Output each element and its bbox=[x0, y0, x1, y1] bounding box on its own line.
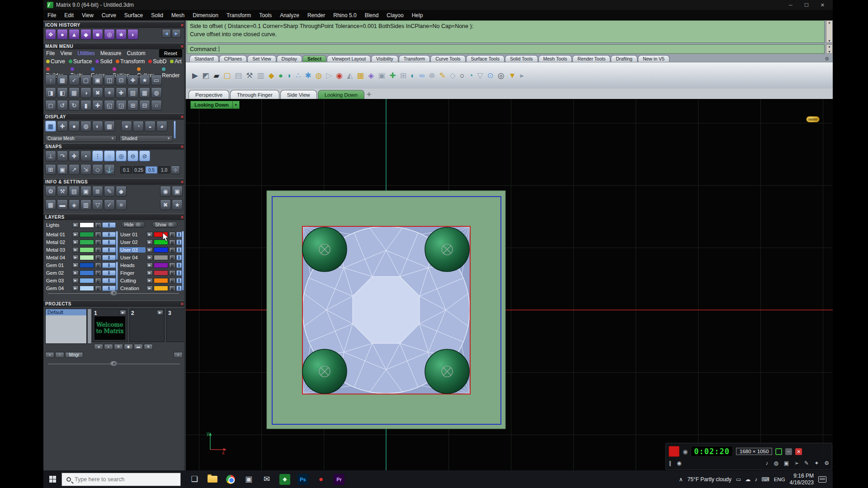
layer-mini-button[interactable] bbox=[176, 247, 182, 253]
layer-user-03-color-swatch[interactable] bbox=[154, 247, 168, 253]
layer-user-01-expand-icon[interactable]: ▶ bbox=[146, 232, 153, 237]
region-select-button[interactable] bbox=[775, 448, 782, 455]
snap-a-icon-7[interactable]: ◎ bbox=[116, 150, 127, 161]
info-a-icon-1[interactable]: ⚙ bbox=[45, 186, 56, 197]
menu-file[interactable]: File bbox=[43, 11, 60, 20]
layer-metal-03-color-swatch[interactable] bbox=[80, 247, 94, 253]
viewport-looking-down[interactable]: Looking Down ▼ y x ◉ 0:02:20 1680 × 1050 bbox=[186, 99, 833, 470]
close-icon[interactable]: ✕ bbox=[180, 145, 184, 149]
menu-curve[interactable]: Curve bbox=[98, 11, 120, 20]
layer-current-button[interactable] bbox=[102, 278, 116, 283]
info-b-icon-1[interactable]: ▦ bbox=[45, 199, 56, 210]
tool-icon-17[interactable]: ▦ bbox=[357, 72, 364, 80]
layer-gem-01-color-swatch[interactable] bbox=[80, 263, 94, 268]
ribbon-tab-transform[interactable]: Transform bbox=[399, 55, 430, 62]
lock-icon[interactable] bbox=[95, 222, 101, 228]
tool-icon-30[interactable]: ⊙ bbox=[487, 72, 494, 80]
sidebar-tools-r1-icon-9[interactable]: ★ bbox=[139, 75, 150, 85]
category-curve[interactable]: Curve bbox=[46, 58, 65, 65]
command-input-scrollbar[interactable]: ▲▼ bbox=[826, 44, 833, 54]
taskbar-record-icon[interactable]: ● bbox=[312, 470, 330, 488]
snap-b-icon-6[interactable]: ⚓ bbox=[104, 164, 115, 175]
webcam-icon[interactable]: ◉ bbox=[677, 460, 681, 466]
display-mode-icon-4[interactable]: ◍ bbox=[80, 121, 91, 131]
history-back-button[interactable]: ◄ bbox=[162, 29, 171, 38]
slider-handle-icon[interactable]: ▼ bbox=[110, 361, 118, 366]
snap-b-icon-4[interactable]: ⇲ bbox=[80, 164, 91, 175]
cloud-icon[interactable]: ☁ bbox=[745, 476, 750, 483]
keyboard-icon[interactable]: ⌨ bbox=[761, 476, 769, 483]
display-shade-icon-1[interactable]: ● bbox=[121, 121, 132, 131]
tool-icon-2[interactable]: ◩ bbox=[202, 72, 209, 80]
menu-help[interactable]: Help bbox=[408, 11, 427, 20]
sidebar-tools-r3-icon-6[interactable]: ◱ bbox=[104, 100, 115, 111]
command-input[interactable]: Command: bbox=[187, 44, 825, 54]
viewport-tab-looking-down[interactable]: Looking Down bbox=[318, 90, 364, 99]
ribbon-tab-drafting[interactable]: Drafting bbox=[611, 55, 637, 62]
tool-icon-29[interactable]: ▽ bbox=[477, 72, 483, 80]
layer-current-button[interactable] bbox=[102, 263, 116, 268]
info-a-icon-5[interactable]: ≣ bbox=[92, 186, 103, 197]
tool-icon-11[interactable]: ∴ bbox=[296, 72, 301, 80]
language-indicator[interactable]: ENG bbox=[774, 477, 785, 482]
menu-dimension[interactable]: Dimension bbox=[189, 11, 222, 20]
sidebar-tools-r3-icon-5[interactable]: ✚ bbox=[92, 100, 103, 111]
tool-icon-8[interactable]: ◆ bbox=[269, 72, 274, 80]
layer-mini-button[interactable] bbox=[176, 239, 182, 245]
slot-button-2[interactable]: ▪ bbox=[104, 344, 113, 350]
slot-button-3[interactable]: ✕ bbox=[114, 344, 123, 350]
sidebar-tools-r2-icon-5[interactable]: ✖ bbox=[92, 87, 103, 98]
mesh-quality-dropdown[interactable]: Coarse Mesh▼ bbox=[45, 135, 117, 142]
stop-record-button[interactable] bbox=[669, 446, 679, 457]
snap-b-icon-1[interactable]: ⊞ bbox=[45, 164, 56, 175]
sidebar-tools-r3-icon-2[interactable]: ↺ bbox=[57, 100, 68, 111]
layer-metal-02-name[interactable]: Metal 02 bbox=[45, 239, 71, 245]
layer-metal-01-expand-icon[interactable]: ▶ bbox=[72, 232, 79, 237]
tool-icon-27[interactable]: ○ bbox=[460, 72, 464, 80]
weather-status[interactable]: 75°F Partly cloudy bbox=[688, 476, 732, 483]
tool-icon-14[interactable]: ▷ bbox=[326, 72, 332, 80]
menu-custom[interactable]: Custom bbox=[127, 50, 146, 56]
display-mode-icon-1[interactable]: ▦ bbox=[45, 121, 56, 131]
layer-lights-color-swatch[interactable] bbox=[80, 222, 94, 228]
layer-current-button[interactable] bbox=[102, 270, 116, 276]
icon-history-icon-4[interactable]: ◆ bbox=[80, 29, 91, 40]
toolbar-options-icon[interactable]: ⚙ bbox=[825, 56, 829, 62]
pencil-icon[interactable]: ✎ bbox=[804, 460, 809, 466]
snap-a-icon-2[interactable]: ↷ bbox=[57, 150, 68, 161]
menu-surface[interactable]: Surface bbox=[120, 11, 147, 20]
reset-button[interactable]: Reset bbox=[159, 49, 182, 57]
speaker-icon[interactable]: ♪ bbox=[765, 460, 768, 466]
lock-icon[interactable] bbox=[95, 232, 101, 237]
brush-icon[interactable]: ✦ bbox=[814, 460, 819, 466]
ribbon-tab-render-tools[interactable]: Render Tools bbox=[572, 55, 610, 62]
projects-list[interactable]: Default bbox=[45, 309, 87, 344]
close-icon[interactable]: ✕ bbox=[180, 115, 184, 119]
snap-value-0.25[interactable]: 0.25 bbox=[133, 166, 145, 174]
menu-mesh[interactable]: Mesh bbox=[167, 11, 189, 20]
layer-mini-button[interactable] bbox=[176, 255, 182, 260]
icon-history-icon-5[interactable]: ■ bbox=[92, 29, 103, 40]
lock-icon[interactable] bbox=[95, 263, 101, 268]
icon-history-icon-6[interactable]: ◎ bbox=[104, 29, 115, 40]
info-ar-icon-1[interactable]: ◉ bbox=[160, 186, 171, 197]
menu-utilities[interactable]: Utilities bbox=[77, 50, 95, 56]
lock-icon[interactable] bbox=[169, 286, 175, 291]
info-ar-icon-2[interactable]: ▣ bbox=[172, 186, 183, 197]
layer-cutting-name[interactable]: Cutting bbox=[119, 278, 146, 283]
layer-gem-03-expand-icon[interactable]: ▶ bbox=[72, 278, 79, 283]
taskbar-browser-icon[interactable] bbox=[222, 470, 240, 488]
sidebar-tools-r2-icon-1[interactable]: ◨ bbox=[45, 87, 56, 98]
layer-mini-button[interactable] bbox=[176, 286, 182, 291]
icon-history-icon-3[interactable]: ▲ bbox=[69, 29, 80, 40]
slot-button-5[interactable]: ▬ bbox=[134, 344, 143, 350]
tool-icon-1[interactable]: ▶ bbox=[192, 72, 198, 80]
lock-icon[interactable] bbox=[169, 263, 175, 268]
tool-icon-21[interactable]: ⊞ bbox=[400, 72, 406, 80]
menu-clayoo[interactable]: Clayoo bbox=[382, 11, 407, 20]
project-item-default[interactable]: Default bbox=[46, 309, 86, 315]
camera-icon[interactable]: ◉ bbox=[683, 448, 688, 455]
tool-icon-18[interactable]: ◈ bbox=[368, 72, 374, 80]
notification-center-icon[interactable] bbox=[818, 476, 826, 483]
layer-gem-02-color-swatch[interactable] bbox=[80, 270, 94, 276]
